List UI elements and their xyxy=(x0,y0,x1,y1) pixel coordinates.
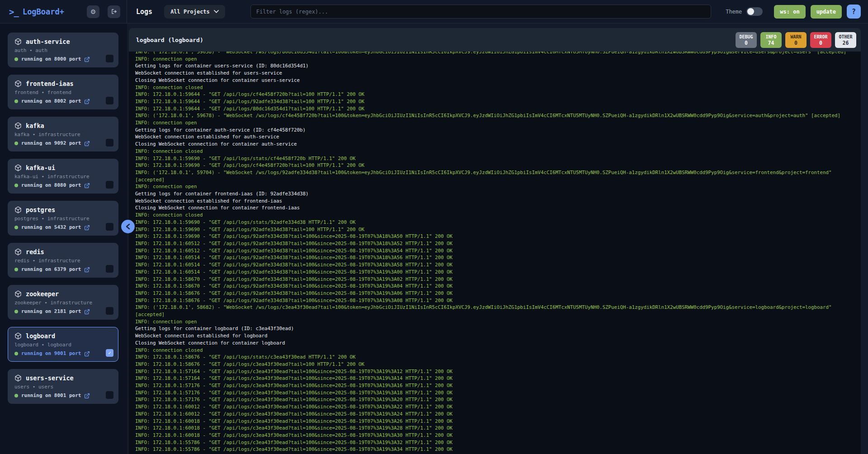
service-checkbox[interactable] xyxy=(106,307,113,315)
service-checkbox[interactable] xyxy=(106,391,113,399)
log-line: Getting logs for container auth-service … xyxy=(135,127,861,134)
package-icon xyxy=(14,332,22,340)
service-checkbox[interactable] xyxy=(106,265,113,273)
external-link-icon[interactable] xyxy=(84,183,90,189)
service-status-text: running on 9001 port xyxy=(21,350,81,357)
log-line: INFO: 172.18.0.1:57176 - "GET /api/logs/… xyxy=(135,389,861,397)
service-status-text: running on 8001 port xyxy=(21,393,81,399)
service-status-text: running on 9092 port xyxy=(21,140,81,147)
ws-status-button[interactable]: ws: on xyxy=(774,5,805,19)
service-card-top: postgres xyxy=(14,206,113,213)
log-line: INFO: connection closed xyxy=(135,212,861,219)
service-checkbox[interactable] xyxy=(106,181,113,189)
theme-toggle[interactable] xyxy=(746,7,763,16)
service-card-top: redis xyxy=(14,248,113,255)
log-line: INFO: connection open xyxy=(135,318,861,326)
badge-warn[interactable]: WARN0 xyxy=(785,32,807,48)
log-line: INFO: ('172.18.0.1', 58682) - "WebSocket… xyxy=(135,304,861,311)
service-card-frontend-iaas[interactable]: frontend-iaas frontend • frontend runnin… xyxy=(8,75,118,109)
logout-button[interactable] xyxy=(108,5,120,18)
service-subtitle: frontend • frontend xyxy=(14,90,113,95)
log-filter-input[interactable] xyxy=(250,5,711,19)
external-link-icon[interactable] xyxy=(84,57,90,62)
service-card-zookeeper[interactable]: zookeeper zookeeper • infrastructure run… xyxy=(8,285,118,320)
service-subtitle: kafka • infrastructure xyxy=(14,132,113,137)
log-output[interactable]: INFO: ('172.18.0.1', 59658) - "WebSocket… xyxy=(129,52,861,454)
log-line: INFO: 172.18.0.1:59690 - "GET /api/logs/… xyxy=(135,219,861,226)
service-checkbox[interactable] xyxy=(106,97,113,104)
log-line: INFO: 172.18.0.1:59644 - "GET /api/logs/… xyxy=(135,98,861,105)
badge-error[interactable]: ERROR0 xyxy=(810,32,831,48)
main-area: logboard (logboard) DEBUG0INFO74WARN0ERR… xyxy=(127,24,868,454)
log-line: INFO: 172.18.0.1:60512 - "GET /api/logs/… xyxy=(135,240,861,247)
settings-button[interactable]: ⚙ xyxy=(87,5,99,18)
log-line: WebSocket connection established for fro… xyxy=(135,198,861,205)
service-checkbox[interactable] xyxy=(106,223,113,231)
service-checkbox[interactable] xyxy=(106,139,113,147)
service-card-top: frontend-iaas xyxy=(14,80,113,87)
service-card-kafka[interactable]: kafka kafka • infrastructure running on … xyxy=(8,117,118,151)
service-card-postgres[interactable]: postgres postgres • infrastructure runni… xyxy=(8,201,118,236)
sidebar-collapse-button[interactable] xyxy=(121,220,135,233)
service-checkbox[interactable] xyxy=(106,55,113,62)
log-line: INFO: connection closed xyxy=(135,148,861,155)
update-button[interactable]: update xyxy=(811,5,842,19)
log-line: INFO: 172.18.0.1:57176 - "GET /api/logs/… xyxy=(135,396,861,403)
log-line: INFO: 172.18.0.1:60018 - "GET /api/logs/… xyxy=(135,432,861,439)
external-link-icon[interactable] xyxy=(84,99,90,104)
log-line: Closing WebSocket connection for contain… xyxy=(135,340,861,347)
log-line: [accepted] xyxy=(135,176,861,184)
service-card-logboard[interactable]: logboard logboard • logboard running on … xyxy=(8,327,118,362)
log-line: INFO: 172.18.0.1:58670 - "GET /api/logs/… xyxy=(135,283,861,290)
service-status-row: running on 2181 port xyxy=(14,308,113,315)
project-filter-dropdown[interactable]: All Projects xyxy=(164,5,225,19)
external-link-icon[interactable] xyxy=(84,225,90,231)
badge-debug[interactable]: DEBUG0 xyxy=(736,32,757,48)
log-line: INFO: 172.18.0.1:55786 - "GET /api/logs/… xyxy=(135,439,861,446)
service-subtitle: redis • infrastructure xyxy=(14,258,113,264)
service-card-top: users-service xyxy=(14,374,113,382)
external-link-icon[interactable] xyxy=(84,141,90,147)
service-subtitle: kafka-ui • infrastructure xyxy=(14,174,113,180)
package-icon xyxy=(14,290,22,298)
log-line: Closing WebSocket connection for contain… xyxy=(135,77,861,84)
log-line: INFO: 172.18.0.1:57164 - "GET /api/logs/… xyxy=(135,375,861,382)
external-link-icon[interactable] xyxy=(84,309,90,315)
service-subtitle: auth • auth xyxy=(14,47,113,53)
package-icon xyxy=(14,374,22,382)
service-card-users-service[interactable]: users-service users • users running on 8… xyxy=(8,369,118,404)
badge-label: WARN xyxy=(789,34,803,40)
status-dot xyxy=(14,184,18,187)
log-line: INFO: 172.18.0.1:58676 - "GET /api/logs/… xyxy=(135,297,861,304)
badge-info[interactable]: INFO74 xyxy=(760,32,782,48)
badge-other[interactable]: OTHER26 xyxy=(835,32,856,48)
external-link-icon[interactable] xyxy=(84,351,90,357)
status-dot xyxy=(14,226,18,229)
log-line: INFO: 172.18.0.1:57164 - "GET /api/logs/… xyxy=(135,368,861,375)
toggle-knob xyxy=(747,8,754,15)
terminal-prompt-icon: >_ xyxy=(9,7,19,17)
external-link-icon[interactable] xyxy=(84,393,90,399)
status-dot xyxy=(14,57,18,61)
log-line: INFO: 172.18.0.1:59690 - "GET /api/logs/… xyxy=(135,162,861,169)
service-checkbox[interactable]: ✓ xyxy=(106,349,113,357)
service-name: postgres xyxy=(26,206,55,213)
external-link-icon[interactable] xyxy=(84,267,90,273)
service-status-text: running on 2181 port xyxy=(21,308,81,315)
log-line: INFO: 172.18.0.1:59644 - "GET /api/logs/… xyxy=(135,105,861,113)
service-card-kafka-ui[interactable]: kafka-ui kafka-ui • infrastructure runni… xyxy=(8,159,118,194)
service-card-auth-service[interactable]: auth-service auth • auth running on 8000… xyxy=(8,33,118,67)
service-status-row: running on 9001 port xyxy=(14,350,113,357)
log-line: INFO: 172.18.0.1:57176 - "GET /api/logs/… xyxy=(135,382,861,389)
log-line: INFO: ('172.18.0.1', 59704) - "WebSocket… xyxy=(135,169,861,176)
log-line: INFO: 172.18.0.1:59690 - "GET /api/logs/… xyxy=(135,226,861,233)
gear-icon: ⚙ xyxy=(90,8,96,15)
service-card-redis[interactable]: redis redis • infrastructure running on … xyxy=(8,243,118,278)
log-line: INFO: 172.18.0.1:60012 - "GET /api/logs/… xyxy=(135,403,861,411)
log-line: INFO: 172.18.0.1:55786 - "GET /api/logs/… xyxy=(135,446,861,453)
service-card-top: zookeeper xyxy=(14,290,113,298)
log-line: Getting logs for container users-service… xyxy=(135,62,861,70)
service-status-text: running on 5432 port xyxy=(21,224,81,231)
log-line: INFO: 172.18.0.1:59690 - "GET /api/logs/… xyxy=(135,233,861,240)
help-button[interactable]: ? xyxy=(847,5,861,19)
